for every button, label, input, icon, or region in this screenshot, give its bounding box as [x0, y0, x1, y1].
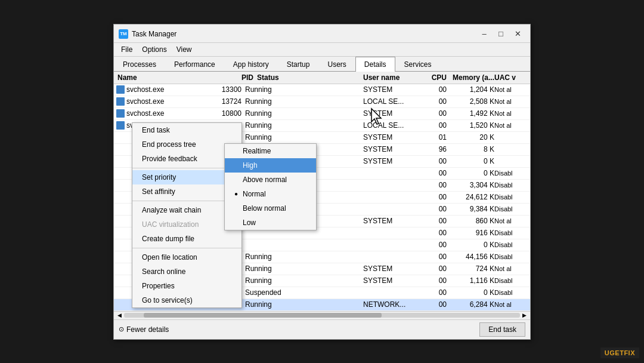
process-icon [116, 121, 125, 130]
tab-app-history[interactable]: App history [224, 57, 278, 72]
cell-cpu: 01 [423, 133, 447, 141]
fewer-details-button[interactable]: ⊙ Fewer details [119, 325, 169, 334]
menu-options[interactable]: Options [137, 44, 171, 55]
cell-user: LOCAL SE... [363, 97, 423, 106]
scroll-left-btn[interactable]: ◀ [115, 312, 124, 318]
cell-uac: Disabl [494, 193, 530, 201]
cell-uac: Disabl [494, 289, 530, 296]
cell-status: Running [245, 133, 293, 141]
cell-memory: 9,384 K [447, 205, 494, 213]
cell-uac: Disabl [494, 253, 530, 260]
cell-process-name: svchost.exe [114, 97, 209, 106]
cell-status: Running [245, 300, 293, 309]
col-header-pid[interactable]: PID [221, 73, 257, 82]
table-row[interactable]: svchost.exe 10800 Running SYSTEM 00 1,49… [114, 108, 530, 120]
cell-memory: 20 K [447, 133, 494, 141]
sub-low[interactable]: Low [225, 216, 316, 230]
tab-performance[interactable]: Performance [165, 57, 224, 72]
cell-pid: 13724 [209, 97, 245, 106]
cell-cpu: 00 [423, 121, 447, 130]
cell-cpu: 00 [423, 300, 447, 309]
col-header-uac[interactable]: UAC v [494, 73, 530, 82]
cell-memory: 2,508 K [447, 97, 494, 106]
content-area: Name PID Status User name CPU Memory (a.… [114, 72, 530, 311]
tab-startup[interactable]: Startup [278, 57, 319, 72]
cell-cpu: 00 [423, 193, 447, 201]
cell-cpu: 00 [423, 205, 447, 213]
scroll-right-btn[interactable]: ▶ [520, 312, 529, 318]
cell-memory: 860 K [447, 217, 494, 225]
ugetfix-watermark: UGETFIX [600, 347, 639, 358]
cell-memory: 724 K [447, 264, 494, 273]
horizontal-scrollbar: ◀ ▶ [114, 311, 530, 319]
cell-memory: 1,492 K [447, 109, 494, 118]
sub-above-normal[interactable]: Above normal [225, 173, 316, 187]
cell-pid: 10800 [209, 109, 245, 118]
cell-memory: 916 K [447, 229, 494, 237]
cell-cpu: 00 [423, 229, 447, 237]
tab-details[interactable]: Details [355, 57, 395, 72]
scroll-track[interactable] [124, 313, 520, 318]
tab-services[interactable]: Services [395, 57, 441, 72]
ctx-properties[interactable]: Properties [132, 279, 242, 293]
col-header-status[interactable]: Status [257, 73, 305, 82]
cell-cpu: 00 [423, 85, 447, 94]
cell-status: Running [245, 121, 293, 130]
sub-below-normal[interactable]: Below normal [225, 201, 316, 216]
cell-status: Running [245, 85, 293, 94]
table-header: Name PID Status User name CPU Memory (a.… [114, 72, 530, 84]
cell-uac: Not al [494, 86, 530, 93]
ctx-create-dump[interactable]: Create dump file [132, 232, 242, 246]
menu-bar: File Options View [114, 43, 530, 57]
col-header-name[interactable]: Name [114, 73, 221, 82]
sub-realtime[interactable]: Realtime [225, 144, 316, 158]
ctx-open-file[interactable]: Open file location [132, 250, 242, 264]
cell-uac: Disabl [494, 170, 530, 177]
menu-file[interactable]: File [116, 44, 137, 55]
task-manager-window: TM Task Manager – □ ✕ File Options View … [113, 24, 531, 340]
cell-cpu: 00 [423, 109, 447, 118]
cell-memory: 24,612 K [447, 193, 494, 201]
cell-memory: 1,204 K [447, 85, 494, 94]
cell-uac: Disabl [494, 241, 530, 248]
cell-status: Running [245, 97, 293, 106]
cell-cpu: 00 [423, 264, 447, 273]
cell-cpu: 00 [423, 97, 447, 106]
ctx-go-to-service[interactable]: Go to service(s) [132, 293, 242, 307]
col-header-cpu[interactable]: CPU [423, 73, 447, 82]
table-row[interactable]: svchost.exe 13300 Running SYSTEM 00 1,20… [114, 84, 530, 96]
sub-normal[interactable]: ● Normal [225, 187, 316, 201]
cell-cpu: 00 [423, 288, 447, 297]
cell-memory: 8 K [447, 145, 494, 153]
tab-bar: Processes Performance App history Startu… [114, 57, 530, 72]
cell-uac: Not al [494, 98, 530, 105]
close-button[interactable]: ✕ [510, 28, 525, 40]
cell-memory: 44,156 K [447, 253, 494, 261]
cell-memory: 0 K [447, 169, 494, 177]
menu-view[interactable]: View [172, 44, 197, 55]
cell-cpu: 00 [423, 276, 447, 285]
process-icon [116, 109, 125, 118]
cell-uac: Not al [494, 301, 530, 308]
col-header-memory[interactable]: Memory (a... [447, 73, 494, 82]
cell-uac: Not al [494, 122, 530, 129]
table-row[interactable]: svchost.exe 13724 Running LOCAL SE... 00… [114, 96, 530, 108]
cell-user: SYSTEM [363, 276, 423, 285]
ctx-end-task[interactable]: End task [132, 123, 242, 137]
cell-status: Running [245, 264, 293, 273]
cell-user: SYSTEM [363, 157, 423, 165]
ctx-search-online[interactable]: Search online [132, 264, 242, 279]
col-header-user[interactable]: User name [363, 73, 423, 82]
tab-processes[interactable]: Processes [114, 57, 165, 72]
end-task-button[interactable]: End task [479, 322, 525, 337]
title-bar: TM Task Manager – □ ✕ [114, 24, 530, 43]
tab-users[interactable]: Users [318, 57, 355, 72]
cell-pid: 13300 [209, 85, 245, 94]
window-title: Task Manager [132, 30, 476, 38]
maximize-button[interactable]: □ [493, 28, 509, 40]
sub-high[interactable]: High [225, 158, 316, 173]
scroll-thumb[interactable] [144, 313, 381, 318]
app-icon: TM [119, 29, 128, 39]
cell-cpu: 00 [423, 181, 447, 189]
minimize-button[interactable]: – [476, 28, 492, 40]
